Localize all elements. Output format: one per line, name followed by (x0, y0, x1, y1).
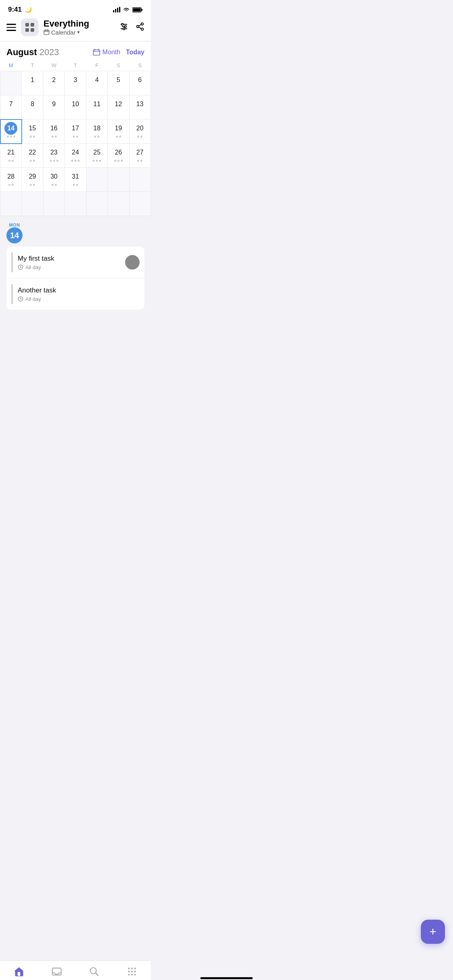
calendar-day-17[interactable]: 17 (65, 119, 86, 144)
weekday-tue: T (22, 61, 43, 71)
task-toggle[interactable] (125, 255, 140, 270)
calendar-day-6[interactable]: 6 (129, 71, 150, 95)
calendar-empty-5-5 (108, 192, 129, 216)
day-number-29: 29 (26, 170, 39, 183)
task-section: MON 14 My first taskAll dayAnother taskA… (0, 216, 151, 316)
task-side-bar (11, 284, 13, 304)
svg-rect-2 (117, 8, 118, 12)
calendar-empty-5-0 (0, 192, 22, 216)
svg-rect-3 (119, 7, 120, 12)
calendar-day-10[interactable]: 10 (65, 95, 86, 119)
calendar-icon (43, 29, 49, 35)
month-view-button[interactable]: Month (93, 49, 120, 56)
task-time-text: All day (25, 296, 41, 302)
calendar-day-12[interactable]: 12 (108, 95, 129, 119)
task-time-text: All day (25, 264, 41, 270)
task-list: My first taskAll dayAnother taskAll day (0, 247, 151, 316)
clock-icon (18, 296, 23, 302)
calendar-day-20[interactable]: 20 (129, 119, 150, 144)
app-name: Everything (43, 19, 89, 29)
svg-line-21 (139, 27, 141, 29)
calendar-day-19[interactable]: 19 (108, 119, 129, 144)
day-dots-17 (66, 136, 84, 138)
weekday-sat: S (108, 61, 129, 71)
day-number-16: 16 (47, 122, 60, 135)
task-item-0[interactable]: My first taskAll day (6, 247, 144, 278)
calendar-day-7[interactable]: 7 (0, 95, 22, 119)
battery-icon (132, 7, 143, 12)
day-number-7: 7 (4, 98, 17, 111)
calendar-day-25[interactable]: 25 (86, 144, 107, 168)
weekday-wed: W (43, 61, 64, 71)
calendar-day-15[interactable]: 15 (22, 119, 43, 144)
task-content: My first taskAll day (18, 255, 121, 270)
day-number-17: 17 (69, 122, 82, 135)
calendar-day-14[interactable]: 14 (0, 119, 22, 144)
calendar-day-26[interactable]: 26 (108, 144, 129, 168)
calendar-day-22[interactable]: 22 (22, 144, 43, 168)
task-day-name: MON (9, 222, 20, 227)
day-dots-31 (66, 184, 84, 186)
task-item-1[interactable]: Another taskAll day (6, 278, 144, 310)
svg-point-17 (141, 23, 144, 25)
calendar-day-8[interactable]: 8 (22, 95, 43, 119)
calendar-day-31[interactable]: 31 (65, 168, 86, 192)
app-icon (21, 19, 39, 36)
calendar-day-28[interactable]: 28 (0, 168, 22, 192)
wifi-icon (123, 7, 130, 12)
calendar-day-16[interactable]: 16 (43, 119, 64, 144)
header-right (119, 22, 144, 33)
calendar-selector[interactable]: Calendar ▾ (43, 29, 89, 36)
calendar-day-9[interactable]: 9 (43, 95, 64, 119)
day-dots-28 (2, 184, 20, 186)
status-bar: 9:41 🌙 (0, 0, 151, 15)
calendar-day-18[interactable]: 18 (86, 119, 107, 144)
day-number-10: 10 (69, 98, 82, 111)
day-number-8: 8 (26, 98, 39, 111)
calendar-day-13[interactable]: 13 (129, 95, 150, 119)
calendar-empty-4-6 (129, 168, 150, 192)
menu-button[interactable] (6, 24, 16, 31)
calendar-day-24[interactable]: 24 (65, 144, 86, 168)
day-number-21: 21 (4, 146, 17, 159)
svg-point-18 (137, 25, 139, 28)
header-title: Everything Calendar ▾ (43, 19, 89, 35)
calendar-empty-5-3 (65, 192, 86, 216)
day-number-2: 2 (47, 74, 60, 86)
svg-rect-0 (113, 10, 114, 12)
svg-point-16 (123, 28, 125, 30)
calendar-empty-4-4 (86, 168, 107, 192)
share-button[interactable] (136, 22, 144, 33)
day-dots-22 (23, 160, 41, 162)
calendar-day-27[interactable]: 27 (129, 144, 150, 168)
filter-button[interactable] (119, 22, 128, 33)
day-number-23: 23 (47, 146, 60, 159)
weekday-mon: M (0, 61, 22, 71)
day-number-13: 13 (134, 98, 146, 111)
day-number-1: 1 (26, 74, 39, 86)
calendar-day-1[interactable]: 1 (22, 71, 43, 95)
task-time: All day (18, 296, 140, 302)
calendar-empty-4-5 (108, 168, 129, 192)
svg-line-20 (139, 24, 141, 26)
calendar-day-11[interactable]: 11 (86, 95, 107, 119)
calendar-day-2[interactable]: 2 (43, 71, 64, 95)
today-button[interactable]: Today (126, 49, 144, 56)
calendar-day-3[interactable]: 3 (65, 71, 86, 95)
calendar-label: Calendar (51, 29, 76, 36)
day-dots-30 (45, 184, 63, 186)
calendar-day-21[interactable]: 21 (0, 144, 22, 168)
day-number-6: 6 (134, 74, 146, 86)
calendar-day-4[interactable]: 4 (86, 71, 107, 95)
day-number-4: 4 (91, 74, 103, 86)
calendar-day-23[interactable]: 23 (43, 144, 64, 168)
calendar-empty-5-1 (22, 192, 43, 216)
day-dots-14 (2, 136, 20, 138)
calendar-empty-5-4 (86, 192, 107, 216)
day-number-20: 20 (134, 122, 146, 135)
calendar-day-30[interactable]: 30 (43, 168, 64, 192)
svg-point-19 (141, 28, 144, 30)
calendar-day-5[interactable]: 5 (108, 71, 129, 95)
day-number-27: 27 (134, 146, 146, 159)
calendar-day-29[interactable]: 29 (22, 168, 43, 192)
